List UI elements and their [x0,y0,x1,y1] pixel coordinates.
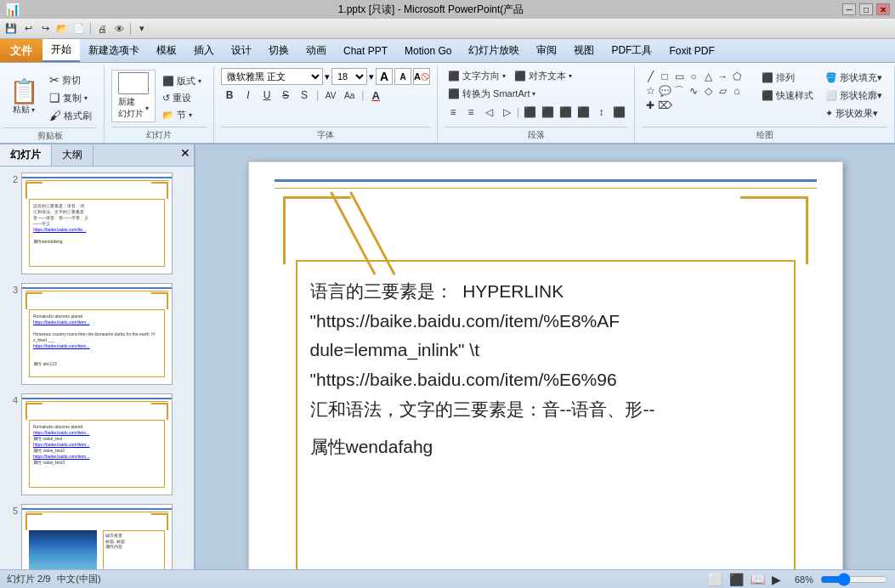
star-shape[interactable]: ☆ [643,84,657,98]
menu-file[interactable]: 文件 [0,39,42,62]
shape-effects-button[interactable]: ✦ 形状效果▾ [822,105,886,122]
zoom-slider[interactable] [820,573,888,586]
settings-icon[interactable]: ▾ [134,21,150,37]
font-case-button[interactable]: Aa [341,87,358,104]
menu-transition[interactable]: 切换 [260,39,297,62]
redo-icon[interactable]: ↪ [37,21,53,37]
normal-view-icon[interactable]: ⬜ [708,573,722,586]
panel-close-button[interactable]: ✕ [180,146,190,160]
slide-item[interactable]: 2 語言的三要素是：语音、词汇和语法。文字的三要素是音——语音、形——字形、义—… [3,170,190,277]
chevron-shape[interactable]: ⌦ [658,99,671,112]
align-right-button[interactable]: ⬛ [557,104,574,121]
increase-indent-button[interactable]: ▷ [498,104,515,121]
shadow-button[interactable]: S [296,87,313,104]
line-shape[interactable]: ╱ [643,70,657,83]
slide-sorter-icon[interactable]: ⬛ [729,573,744,586]
cross-shape[interactable]: ✚ [643,99,657,112]
format-painter-label: 格式刷 [64,110,92,122]
arrange-button[interactable]: ⬛ 排列 [758,70,817,86]
increase-font-button[interactable]: A [376,68,393,85]
connector-shape[interactable]: ⌒ [672,84,686,98]
decrease-font-button[interactable]: A [394,68,411,85]
new-icon[interactable]: 📄 [71,21,87,37]
menu-pdf-tools[interactable]: PDF工具 [603,39,660,62]
menu-review[interactable]: 审阅 [528,39,565,62]
diamond-shape[interactable]: ◇ [701,84,715,98]
menu-template[interactable]: 模板 [148,39,185,62]
trapezoid-shape[interactable]: ⌂ [730,84,744,98]
section-button[interactable]: 📂节▾ [159,107,205,123]
underline-button[interactable]: U [258,87,275,104]
open-icon[interactable]: 📂 [54,21,70,37]
copy-button[interactable]: ❑复制▾ [46,89,95,106]
parallelogram-shape[interactable]: ▱ [716,84,729,98]
slide-item[interactable]: 3 Romakuko abcores planet https://baike.… [3,280,190,387]
clear-format-button[interactable]: A🚫 [413,68,430,85]
cut-button[interactable]: ✂剪切 [46,71,95,88]
text-direction-button[interactable]: ⬛ 文字方向▾ [445,68,509,84]
align-text-button[interactable]: ⬛ 对齐文本▾ [511,68,575,84]
print-icon[interactable]: 🖨 [94,21,110,37]
menu-home[interactable]: 开始 [42,39,80,62]
shape-fill-button[interactable]: 🪣 形状填充▾ [822,70,886,86]
menu-slideshow[interactable]: 幻灯片放映 [460,39,528,62]
menu-insert[interactable]: 插入 [185,39,223,62]
outline-tab[interactable]: 大纲 [52,144,93,166]
font-color-button[interactable]: A [367,87,384,104]
justify-button[interactable]: ⬛ [575,104,592,121]
align-center-button[interactable]: ⬛ [539,104,556,121]
align-left-button[interactable]: ⬛ [521,104,538,121]
font-dropdown-arrow[interactable]: ▾ [325,71,330,82]
menu-design[interactable]: 设计 [223,39,260,62]
strikethrough-button[interactable]: S [277,87,294,104]
triangle-shape[interactable]: △ [701,70,715,83]
paste-button[interactable]: 📋 粘贴▾ [3,68,44,127]
layout-button[interactable]: ⬛版式▾ [159,73,205,89]
slide-item[interactable]: 4 Romakuko abcores planet https://baike.… [3,391,190,498]
numbering-button[interactable]: ≡ [462,104,479,121]
menu-motion-go[interactable]: Motion Go [396,39,460,62]
font-size-select[interactable]: 18 [331,68,367,85]
bold-button[interactable]: B [221,87,238,104]
oval-shape[interactable]: ○ [687,70,700,83]
line-spacing-button[interactable]: ↕ [592,104,609,121]
undo-icon[interactable]: ↩ [20,21,36,37]
rounded-rect-shape[interactable]: ▭ [672,70,686,83]
menu-new-tab[interactable]: 新建选项卡 [80,39,148,62]
slide-number: 3 [6,285,18,295]
close-button[interactable]: ✕ [876,3,890,15]
slide-canvas[interactable]: 语言的三要素是： HYPERLINK "https://baike.baidu.… [248,161,843,569]
preview-icon[interactable]: 👁 [111,21,127,37]
reset-button[interactable]: ↺重设 [159,90,205,106]
rect-shape[interactable]: □ [658,70,671,83]
new-slide-button[interactable]: 新建幻灯片▾ [111,70,156,122]
columns-button[interactable]: ⬛ [610,104,627,121]
quick-styles-button[interactable]: ⬛ 快速样式 [758,88,817,104]
font-size-arrow[interactable]: ▾ [369,71,374,82]
bullets-button[interactable]: ≡ [445,104,462,121]
char-spacing-button[interactable]: AV [322,87,339,104]
menu-animation[interactable]: 动画 [297,39,335,62]
menu-chat-ppt[interactable]: Chat PPT [335,39,396,62]
maximize-button[interactable]: □ [859,3,873,15]
curve-shape[interactable]: ∿ [687,84,700,98]
shape-outline-button[interactable]: ⬜ 形状轮廓▾ [822,88,886,104]
menu-view[interactable]: 视图 [565,39,603,62]
decrease-indent-button[interactable]: ◁ [480,104,497,121]
save-icon[interactable]: 💾 [3,21,19,37]
font-family-select[interactable]: 微软雅黑 正文 [221,68,323,85]
slide-item[interactable]: 5 城市夜景标题, 标题属性内容 [3,501,190,569]
convert-smartart-button[interactable]: ⬛ 转换为 SmartArt▾ [445,86,539,102]
minimize-button[interactable]: ─ [842,3,856,15]
callout-shape[interactable]: 💬 [658,84,671,98]
window-controls[interactable]: ─ □ ✕ [842,3,890,15]
italic-button[interactable]: I [240,87,257,104]
arrow-shape[interactable]: → [716,70,729,83]
pentagon-shape[interactable]: ⬠ [730,70,744,83]
slides-tab[interactable]: 幻灯片 [0,144,52,166]
slide-main-text[interactable]: 语言的三要素是： HYPERLINK "https://baike.baidu.… [310,277,825,462]
slideshow-icon[interactable]: ▶ [772,573,781,586]
format-painter-button[interactable]: 🖌格式刷 [46,107,95,124]
menu-foxit[interactable]: Foxit PDF [660,39,722,62]
reading-view-icon[interactable]: 📖 [751,573,765,586]
